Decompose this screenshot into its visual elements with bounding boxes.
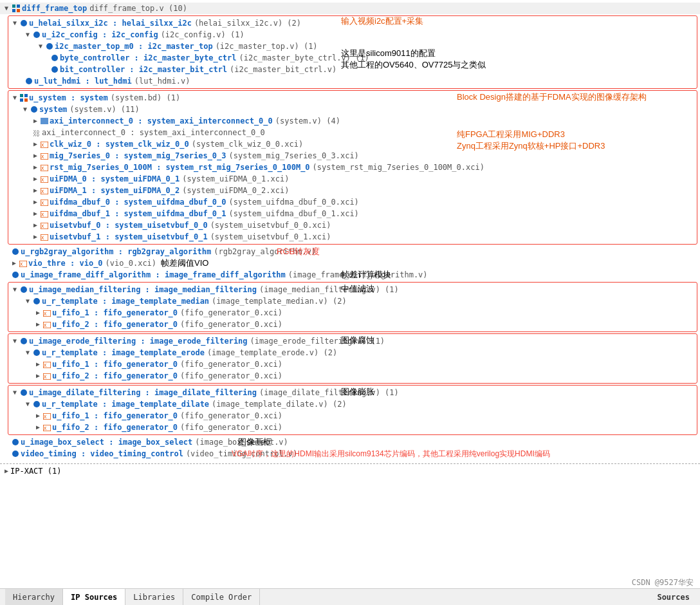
main-container: ▼ diff_frame_top diff_frame_top.v (10) ▼… [0,0,700,605]
box-select-annotation: 图像画框 [238,436,272,448]
xci-icon-svbuf0: X [41,222,48,228]
rgb2gray-annotation: RGB转灰度 [277,246,320,257]
xci-icon-clk: X [41,141,48,147]
i2c-config-label: u_i2c_config : i2c_config [42,30,158,39]
uisetvbuf0[interactable]: ▶ X uisetvbuf_0 : system_uisetvbuf_0_0 (… [8,219,697,231]
svg-text:X: X [41,178,44,183]
system-annotation-1: Block Design搭建的基于FDMA实现的图像缓存架构 [457,91,647,103]
xci-icon-fdma1: X [41,187,48,194]
dilate-template[interactable]: ▼ u_r_template : image_template_dilate (… [8,398,697,410]
top-title-line: ▼ diff_frame_top diff_frame_top.v (10) [0,3,700,14]
svg-text:X: X [41,201,44,206]
tab-libraries[interactable]: Libraries [125,589,183,606]
video-timing-annotation: VGA时序，这里的HDMI输出采用silcom9134芯片编码，其他工程采用纯v… [232,449,550,460]
xci-icon-efifo2: X [43,373,51,379]
ip-xact[interactable]: ▶ IP-XACT (1) [0,465,700,477]
svg-text:X: X [44,375,47,380]
lut-hdmi[interactable]: u_lut_hdmi : lut_hdmi (lut_hdmi.v) [8,75,697,87]
svg-text:X: X [44,323,47,328]
dilate-annotation: 图像膨胀 [341,386,374,398]
byte-ctrl-icon [51,55,58,61]
svg-text:X: X [41,143,44,148]
xci-icon-efifo1: X [43,361,51,368]
dilate-fifo1[interactable]: ▶ X u_fifo_1 : fifo_generator_0 (fifo_ge… [8,410,697,422]
median-fifo2[interactable]: ▶ X u_fifo_2 : fifo_generator_0 (fifo_ge… [8,319,697,330]
erode-icon [21,338,27,344]
ip-xact-label: IP-XACT (1) [10,467,61,476]
dilate-template-icon [33,401,40,407]
erode-template[interactable]: ▼ u_r_template : image_template_erode (i… [8,347,697,358]
box-select-icon [12,439,19,445]
i2c-config-icon [33,32,40,38]
i2c-annotation-2: 这里是silicom9011的配置 [341,48,436,59]
uisetvbuf1[interactable]: ▶ X uisetvbuf_1 : system_uisetvbuf_0_1 (… [8,231,697,243]
rst-mig[interactable]: ▶ X rst_mig_7series_0_100M : system_rst_… [8,162,697,173]
system-annotation-2: 纯FPGA工程采用MIG+DDR3 [457,129,565,140]
i2c-annotation-3: 其他工程的OV5640、OV7725与之类似 [341,59,486,71]
link-icon: ⛓ [33,129,41,136]
i2c-annotation-1: 输入视频i2c配置+采集 [341,15,423,27]
lut-hdmi-icon [26,78,32,84]
svg-text:X: X [44,312,47,317]
xci-icon-svbuf1: X [41,234,48,240]
tree-area[interactable]: ▼ diff_frame_top diff_frame_top.v (10) ▼… [0,0,700,588]
axi-interconnect-expand[interactable]: ▶ axi_interconnect_0 : system_axi_interc… [8,115,697,127]
i2c-section: ▼ u_helai_silxx_i2c : helai_silxx_i2c (h… [0,15,700,89]
median-annotation: 中值滤波 [341,283,374,295]
rgb2gray[interactable]: u_rgb2gray_algorithm : rgb2gray_algorith… [0,246,700,257]
xci-icon-dfifo1: X [43,413,51,419]
i2c-master-top-label: i2c_master_top_m0 : i2c_master_top [55,42,213,51]
vio-thre[interactable]: ▶ X vio_thre : vio_0 (vio_0.xci) 帧差阈值VIO [0,257,700,269]
system-v[interactable]: ▼ system (system.v) (11) [8,104,697,115]
uifdma1[interactable]: ▶ X uiFDMA_1 : system_uiFDMA_0_2 (system… [8,185,697,196]
video-timing[interactable]: video_timing : video_timing_control (vid… [0,448,700,460]
median-template[interactable]: ▼ u_r_template : image_template_median (… [8,295,697,307]
lut-hdmi-label: u_lut_hdmi : lut_hdmi [34,77,132,86]
xci-icon-rst: X [41,164,48,171]
svg-rect-5 [24,94,28,97]
image-box-select[interactable]: u_image_box_select : image_box_select (i… [0,436,700,448]
tab-hierarchy[interactable]: Hierarchy [5,589,63,606]
bottom-tabs: Hierarchy IP Sources Libraries Compile O… [0,588,700,605]
svg-rect-4 [20,94,23,97]
frame-diff-icon [12,272,19,278]
svg-text:X: X [41,154,44,160]
tab-compile-order[interactable]: Compile Order [183,589,260,606]
uifdma-dbuf0[interactable]: ▶ X uifdma_dbuf_0 : system_uifdma_dbuf_0… [8,196,697,208]
system-v-label: system [39,105,67,114]
frame-diff-annotation: 帧差计算模块 [341,269,391,281]
median-template-icon [33,298,40,304]
svg-text:X: X [44,363,47,368]
dilate-icon [21,389,27,396]
svg-text:X: X [44,414,47,420]
dilate-fifo2[interactable]: ▶ X u_fifo_2 : fifo_generator_0 (fifo_ge… [8,422,697,433]
svg-rect-1 [17,5,20,8]
i2c-config[interactable]: ▼ u_i2c_config : i2c_config (i2c_config.… [8,29,697,41]
svg-rect-0 [12,5,15,8]
i2c-icon [21,20,27,26]
erode-fifo1[interactable]: ▶ X u_fifo_1 : fifo_generator_0 (fifo_ge… [8,358,697,370]
top-file: diff_frame_top.v (10) [89,4,187,13]
uifdma-dbuf1[interactable]: ▶ X uifdma_dbuf_1 : system_uifdma_dbuf_0… [8,208,697,219]
erode-template-icon [33,349,40,356]
toggle-top[interactable]: ▼ [3,5,10,12]
erode-fifo2[interactable]: ▶ X u_fifo_2 : fifo_generator_0 (fifo_ge… [8,370,697,382]
svg-text:X: X [41,224,44,229]
bit-ctrl-label: bit_controller : i2c_master_bit_ctrl [60,65,227,74]
bit-ctrl-icon [51,66,58,73]
svg-rect-6 [20,98,23,102]
axi-icon [41,118,48,124]
tab-ip-sources[interactable]: IP Sources [63,589,125,606]
median-fifo1[interactable]: ▶ X u_fifo_1 : fifo_generator_0 (fifo_ge… [8,307,697,319]
axi-interconnect-link[interactable]: ⛓ axi_interconnect_0 : system_axi_interc… [8,127,697,138]
vio-annotation: 帧差阈值VIO [161,257,208,269]
i2c-label: u_helai_silxx_i2c : helai_silxx_i2c [29,19,192,28]
xci-icon-mfifo1: X [43,310,51,316]
svg-rect-7 [24,98,28,102]
uifdma0[interactable]: ▶ X uiFDMA_0 : system_uiFDMA_0_1 (system… [8,173,697,185]
svg-text:X: X [41,236,44,241]
top-name: diff_frame_top [22,4,87,13]
system-section: ▼ u_system : system (system.bd) (1) ▼ sy… [0,90,700,245]
frame-diff[interactable]: u_image_frame_diff_algorithm : image_fra… [0,269,700,281]
system-v-icon [31,106,37,113]
